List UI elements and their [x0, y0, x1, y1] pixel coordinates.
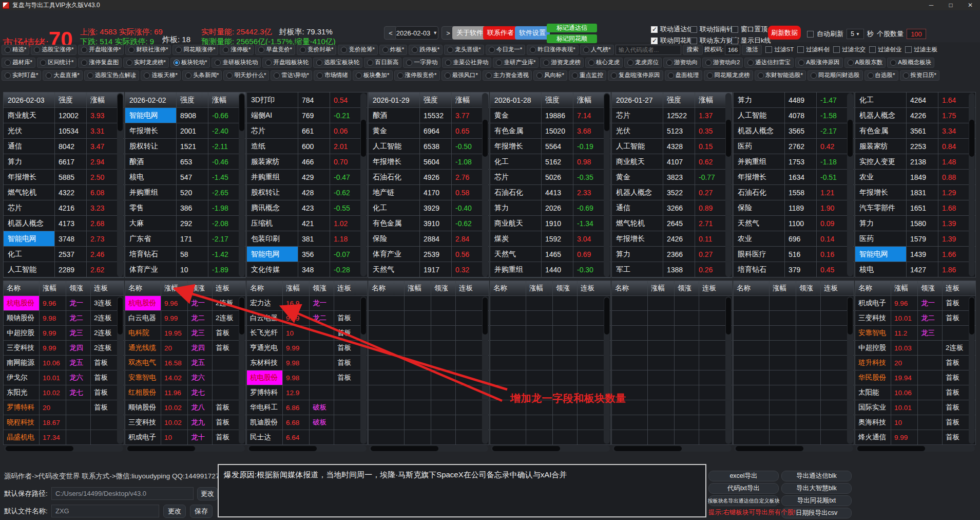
sector-row[interactable]: 年报增长58852.50: [4, 170, 124, 185]
scrollbar-track[interactable]: [847, 296, 853, 444]
stock-row[interactable]: 双杰电气16.58龙五: [125, 356, 245, 370]
h-scrollbar-track[interactable]: [734, 445, 853, 452]
radio-icon[interactable]: [572, 72, 578, 79]
stock-row[interactable]: 晶盛机电17.34: [4, 430, 124, 445]
sector-row[interactable]: 算力2026-0.69: [490, 200, 610, 216]
radio-icon[interactable]: [583, 47, 589, 53]
search-input[interactable]: [616, 45, 681, 55]
radio-icon[interactable]: [176, 47, 182, 53]
radio-icon[interactable]: [445, 72, 451, 79]
radio-icon[interactable]: [46, 72, 52, 79]
export-button[interactable]: 代码txt导出: [708, 483, 779, 494]
minimize-icon[interactable]: ─: [921, 0, 941, 10]
auto-refresh-checkbox[interactable]: [807, 31, 814, 38]
link-checkbox[interactable]: 窗口置顶: [732, 25, 767, 34]
sector-row[interactable]: 智能电网37482.73: [4, 231, 124, 247]
radio-icon[interactable]: [890, 60, 896, 66]
h-scrollbar-track[interactable]: [856, 445, 975, 452]
menu-item[interactable]: 涨停板*: [220, 45, 254, 55]
radio-icon[interactable]: [5, 47, 11, 53]
sector-row[interactable]: 有色金属35613.34: [855, 123, 975, 139]
h-scrollbar-track[interactable]: [491, 445, 610, 452]
sector-row[interactable]: 石油石化44132.33: [490, 185, 610, 200]
menu-item[interactable]: 涨停复盘图: [78, 58, 122, 68]
menu-item[interactable]: 百日新高: [364, 58, 401, 68]
sector-row[interactable]: 保险28842.84: [369, 231, 489, 247]
stock-row[interactable]: 三变科技10.02龙九首板: [125, 415, 245, 430]
sector-row[interactable]: 年报增长18311.29: [855, 185, 975, 200]
stock-row[interactable]: 东材科技9.98首板: [247, 356, 367, 370]
sector-row[interactable]: 智能电网8908-0.66: [125, 108, 245, 123]
sector-row[interactable]: 年报增长5564-0.19: [490, 139, 610, 154]
stock-row[interactable]: 伊戈尔10.01龙六首板: [4, 370, 124, 385]
radio-icon[interactable]: [258, 47, 264, 53]
h-scrollbar-thumb[interactable]: [736, 446, 803, 451]
scrollbar-thumb[interactable]: [969, 120, 974, 157]
filter-checkbox[interactable]: 过滤ST: [765, 46, 794, 53]
sector-row[interactable]: 商业航天120023.93: [4, 108, 124, 123]
scrollbar-thumb[interactable]: [604, 94, 609, 131]
stock-row[interactable]: 国际实业10.01首板: [855, 400, 975, 415]
sector-row[interactable]: 有色金属3910-0.62: [369, 216, 489, 231]
auth-code-input[interactable]: 166: [725, 45, 740, 55]
menu-item[interactable]: 连板天梯*: [141, 70, 180, 81]
h-scrollbar-track[interactable]: [369, 445, 488, 452]
contact-author-button[interactable]: 联系作者: [483, 26, 518, 40]
menu-item[interactable]: 韭研板块轮动: [212, 58, 261, 68]
menu-item[interactable]: A股涨停原因: [795, 58, 842, 68]
scrollbar-track[interactable]: [725, 296, 732, 444]
sector-row[interactable]: 智能电网356-0.07: [247, 247, 367, 262]
radio-icon[interactable]: [226, 72, 233, 79]
scrollbar-track[interactable]: [239, 93, 245, 277]
sector-row[interactable]: 人工智能4078-1.58: [734, 108, 854, 123]
radio-icon[interactable]: [627, 60, 633, 66]
filter-checkbox[interactable]: 过滤科创: [797, 46, 830, 53]
sector-row[interactable]: 农业6960.14: [734, 231, 854, 247]
sector-row[interactable]: 智能电网14391.66: [855, 247, 975, 262]
scrollbar-track[interactable]: [360, 296, 367, 444]
sector-row[interactable]: 年报增长5604-1.08: [369, 154, 489, 170]
radio-icon[interactable]: [341, 47, 347, 53]
stock-row[interactable]: 太阳能10.06首板: [855, 385, 975, 400]
scrollbar-thumb[interactable]: [118, 94, 123, 131]
menu-item[interactable]: 投资日历*: [900, 70, 939, 81]
sector-row[interactable]: 保险11891.90: [734, 200, 854, 216]
sector-row[interactable]: 体育产业10-1.89: [125, 262, 245, 277]
sector-row[interactable]: 黄金198867.14: [490, 108, 610, 123]
sector-row[interactable]: 光伏105343.31: [4, 123, 124, 139]
h-scrollbar-track[interactable]: [4, 445, 123, 452]
sector-row[interactable]: 化工42641.64: [855, 92, 975, 108]
sector-row[interactable]: 机器人概念41732.68: [4, 216, 124, 231]
sector-row[interactable]: 汽车零部件16511.68: [855, 200, 975, 216]
menu-item[interactable]: 同花顺龙虎榜: [704, 70, 753, 81]
radio-icon[interactable]: [300, 47, 306, 53]
menu-item[interactable]: 韭菜公社异动: [442, 58, 491, 68]
activate-button[interactable]: 激活: [742, 45, 762, 55]
sector-row[interactable]: 并购重组1440-0.30: [490, 262, 610, 277]
radio-icon[interactable]: [848, 60, 854, 66]
radio-icon[interactable]: [486, 72, 492, 79]
sector-row[interactable]: 核电547-1.45: [125, 170, 245, 185]
scrollbar-thumb[interactable]: [848, 298, 853, 335]
stock-row[interactable]: 三变科技10.01龙二首板: [855, 311, 975, 326]
radio-icon[interactable]: [5, 60, 11, 66]
stock-row[interactable]: 电科院19.95龙三首板: [125, 326, 245, 341]
sector-row[interactable]: 商业航天41070.62: [612, 154, 732, 170]
menu-item[interactable]: 核心龙虎: [585, 58, 623, 68]
scrollbar-track[interactable]: [482, 93, 488, 277]
stock-row[interactable]: 红相股份11.96龙七: [125, 385, 245, 400]
stock-row[interactable]: 奥海科技10首板: [855, 415, 975, 430]
sector-row[interactable]: 天然气11000.09: [734, 216, 854, 231]
menu-item[interactable]: 大盘直播*: [43, 70, 82, 81]
sector-row[interactable]: 腾讯概念423-0.55: [247, 200, 367, 216]
file-name-input[interactable]: [51, 505, 159, 517]
sector-row[interactable]: 天然气14650.69: [490, 247, 610, 262]
stock-row[interactable]: 杭电股份9.98首板: [247, 370, 367, 385]
stock-row[interactable]: 顺钠股份9.98龙二2连板: [4, 311, 124, 326]
menu-item[interactable]: 今日龙一*: [486, 45, 525, 55]
sector-row[interactable]: 算力66172.94: [4, 154, 124, 170]
stock-row[interactable]: 凯迪股份6.68破板: [247, 415, 367, 430]
stock-row[interactable]: 杭电股份9.96龙一2连板: [125, 296, 245, 311]
sector-row[interactable]: 人工智能43280.15: [612, 139, 732, 154]
h-scrollbar-thumb[interactable]: [857, 446, 925, 451]
